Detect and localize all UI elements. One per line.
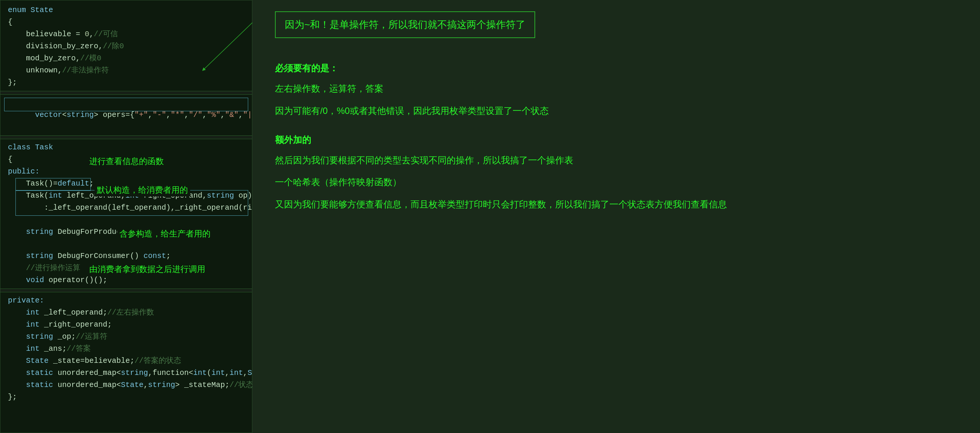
- code-line: vector<string> opers={"+","-","*","/","%…: [0, 97, 252, 133]
- private-section: private: int _left_operand;//左右操作数 int _…: [0, 295, 252, 403]
- right-panel: 因为~和！是单操作符，所以我们就不搞这两个操作符了 必须要有的是： 左右操作数，…: [252, 0, 980, 433]
- top-annotation-box: 因为~和！是单操作符，所以我们就不搞这两个操作符了: [275, 11, 535, 38]
- extra-item1: 然后因为我们要根据不同的类型去实现不同的操作，所以我搞了一个操作表: [275, 153, 958, 168]
- code-line: int _right_operand;: [0, 319, 252, 331]
- code-line: class Task: [0, 141, 252, 153]
- code-line: int _left_operand;//左右操作数: [0, 307, 252, 319]
- section-divider: [0, 91, 252, 95]
- code-line: };: [0, 77, 252, 89]
- code-line: State _state=believable;//答案的状态: [0, 355, 252, 367]
- code-line: string DebugForConsumer() const;: [0, 250, 252, 262]
- must-have-items: 左右操作数，运算符，答案: [275, 81, 958, 97]
- extra-section: 额外加的 然后因为我们要根据不同的类型去实现不同的操作，所以我搞了一个操作表 一…: [275, 134, 958, 213]
- main-annotations: 必须要有的是： 左右操作数，运算符，答案 因为可能有/0，%0或者其他错误，因此…: [275, 62, 958, 213]
- annotation-param-ctor: 含参构造，给生产者用的: [117, 227, 213, 240]
- code-line: string _op;//运算符: [0, 331, 252, 343]
- code-line: void operator()();: [0, 274, 252, 286]
- vector-section: vector<string> opers={"+","-","*","/","%…: [0, 97, 252, 133]
- extra-item3: 又因为我们要能够方便查看信息，而且枚举类型打印时只会打印整数，所以我们搞了一个状…: [275, 197, 958, 213]
- code-line: believable = 0,//可信: [0, 28, 252, 40]
- class-section: class Task { public: Task()=default; Tas…: [0, 141, 252, 286]
- code-panel: enum State { believable = 0,//可信 divisio…: [0, 0, 252, 433]
- code-line: private:: [0, 295, 252, 307]
- code-line: int _ans;//答案: [0, 343, 252, 355]
- annotation-view-func: 进行查看信息的函数: [87, 155, 166, 168]
- code-line: mod_by_zero,//模0: [0, 53, 252, 64]
- code-line: static unordered_map<State,string> _stat…: [0, 379, 252, 391]
- code-line: };: [0, 391, 252, 403]
- code-line: division_by_zero,//除0: [0, 40, 252, 53]
- annotation-consumer-call: 由消费者拿到数据之后进行调用: [87, 263, 207, 276]
- annotation-default-ctor: 默认构造，给消费者用的: [94, 184, 190, 197]
- code-line: :_left_operand(left_operand),_right_oper…: [0, 202, 252, 214]
- error-reason: 因为可能有/0，%0或者其他错误，因此我用枚举类型设置了一个状态: [275, 103, 958, 119]
- code-line: [0, 214, 252, 226]
- section-divider: [0, 136, 252, 139]
- enum-section: enum State { believable = 0,//可信 divisio…: [0, 4, 252, 89]
- code-line: static unordered_map<string,function<int…: [0, 367, 252, 379]
- code-line: enum State: [0, 4, 252, 16]
- section-divider: [0, 289, 252, 292]
- top-annotation-text: 因为~和！是单操作符，所以我们就不搞这两个操作符了: [285, 18, 525, 31]
- code-line: {: [0, 16, 252, 28]
- must-have-label: 必须要有的是：: [275, 62, 958, 74]
- code-line: unknown,//非法操作符: [0, 64, 252, 77]
- extra-label: 额外加的: [275, 134, 958, 146]
- extra-item2: 一个哈希表（操作符映射函数）: [275, 175, 958, 190]
